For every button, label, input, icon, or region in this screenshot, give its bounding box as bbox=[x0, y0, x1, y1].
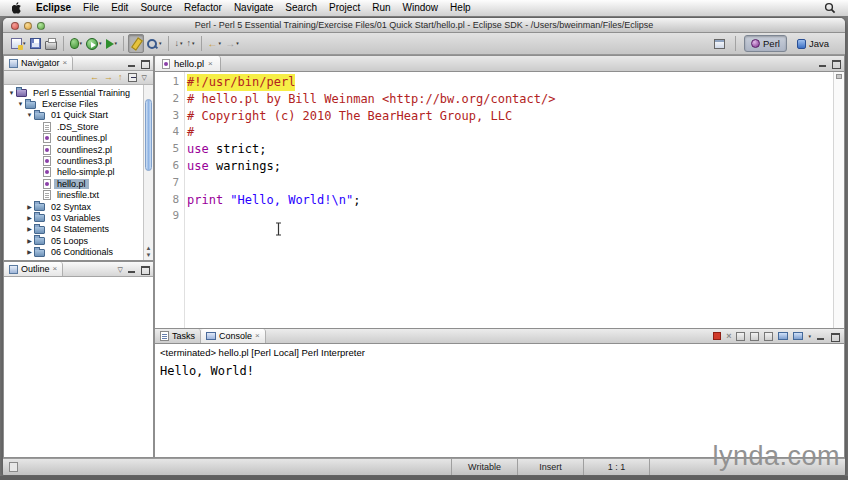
close-icon[interactable]: × bbox=[208, 60, 213, 68]
close-window-button[interactable] bbox=[11, 22, 19, 30]
view-menu-icon[interactable]: ▽ bbox=[118, 266, 123, 273]
menu-item[interactable]: File bbox=[77, 0, 105, 16]
code-line[interactable]: # Copyright (c) 2010 The BearHeart Group… bbox=[187, 108, 830, 125]
tree-row[interactable]: 05 Loops bbox=[4, 235, 143, 246]
menu-item[interactable]: Eclipse bbox=[30, 0, 77, 16]
editor-gutter[interactable]: 123456789 bbox=[155, 72, 185, 328]
menu-item[interactable]: Search bbox=[279, 0, 323, 16]
search-button[interactable]: ▾ bbox=[144, 34, 164, 53]
chevron-down-icon[interactable]: ▾ bbox=[159, 41, 162, 46]
menu-item[interactable]: Run bbox=[366, 0, 396, 16]
tree-row[interactable]: hello.pl bbox=[4, 178, 143, 189]
tab-navigator[interactable]: Navigator × bbox=[4, 56, 73, 70]
tree-expander-icon[interactable] bbox=[25, 215, 34, 221]
save-button[interactable] bbox=[28, 34, 43, 53]
scroll-down-icon[interactable]: ▼ bbox=[144, 252, 153, 259]
forward-icon[interactable]: → bbox=[104, 73, 113, 82]
tree-row[interactable]: Exercise Files bbox=[4, 98, 143, 109]
title-bar[interactable]: Perl - Perl 5 Essential Training/Exercis… bbox=[3, 18, 845, 33]
tree-row[interactable]: countlines3.pl bbox=[4, 155, 143, 166]
view-menu-icon[interactable]: ▽ bbox=[142, 74, 147, 81]
code-line[interactable]: #!/usr/bin/perl bbox=[187, 74, 830, 91]
scroll-up-icon[interactable]: ▲ bbox=[144, 245, 153, 252]
chevron-down-icon[interactable]: ▾ bbox=[180, 41, 183, 46]
external-tools-button[interactable]: ▾ bbox=[104, 34, 120, 53]
tab-tasks[interactable]: Tasks bbox=[155, 329, 201, 343]
maximize-icon[interactable] bbox=[140, 265, 149, 274]
chevron-down-icon[interactable]: ▾ bbox=[99, 41, 102, 46]
scrollbar-thumb[interactable] bbox=[145, 99, 152, 171]
tab-outline[interactable]: Outline × bbox=[4, 262, 63, 276]
close-icon[interactable]: × bbox=[255, 332, 260, 340]
code-line[interactable]: use strict; bbox=[187, 141, 830, 158]
tree-expander-icon[interactable] bbox=[25, 226, 34, 232]
code-line[interactable]: print "Hello, World!\n"; bbox=[187, 192, 830, 209]
tree-row[interactable]: linesfile.txt bbox=[4, 190, 143, 201]
minimize-icon[interactable] bbox=[818, 59, 827, 68]
code-line[interactable]: use warnings; bbox=[187, 158, 830, 175]
perspective-perl-button[interactable]: Perl bbox=[744, 35, 787, 52]
print-button[interactable] bbox=[43, 34, 59, 53]
new-wizard-button[interactable]: ▾ bbox=[9, 34, 28, 53]
close-icon[interactable]: × bbox=[53, 265, 58, 273]
display-selected-console-icon[interactable] bbox=[778, 332, 788, 340]
editor-code[interactable]: #!/usr/bin/perl# hello.pl by Bill Weinma… bbox=[185, 72, 844, 328]
minimize-icon[interactable] bbox=[127, 265, 136, 274]
pin-console-icon[interactable] bbox=[764, 332, 773, 341]
scroll-lock-icon[interactable] bbox=[750, 332, 759, 341]
statusbar-icon[interactable] bbox=[9, 462, 18, 472]
close-icon[interactable]: × bbox=[63, 59, 68, 67]
code-line[interactable]: # bbox=[187, 124, 830, 141]
back-button[interactable]: ← ▾ bbox=[206, 34, 224, 53]
tree-row[interactable]: 06 Conditionals bbox=[4, 246, 143, 257]
code-line[interactable] bbox=[187, 208, 830, 225]
maximize-icon[interactable] bbox=[830, 332, 839, 341]
chevron-down-icon[interactable]: ▾ bbox=[115, 41, 118, 46]
code-line[interactable] bbox=[187, 175, 830, 192]
next-annotation-button[interactable]: ↓ ▾ bbox=[173, 34, 185, 53]
minimize-icon[interactable] bbox=[816, 332, 825, 341]
menu-item[interactable]: Project bbox=[323, 0, 366, 16]
perspective-java-button[interactable]: Java bbox=[791, 35, 835, 52]
back-icon[interactable]: ← bbox=[90, 73, 99, 82]
chevron-down-icon[interactable]: ▾ bbox=[80, 41, 83, 46]
tree-expander-icon[interactable] bbox=[7, 90, 16, 96]
collapse-all-icon[interactable] bbox=[128, 73, 137, 82]
tree-expander-icon[interactable] bbox=[25, 204, 34, 210]
clear-console-icon[interactable] bbox=[736, 332, 745, 341]
minimize-window-button[interactable] bbox=[24, 22, 32, 30]
tree-row[interactable]: .DS_Store bbox=[4, 121, 143, 132]
tree-expander-icon[interactable] bbox=[25, 238, 34, 244]
menu-item[interactable]: Help bbox=[444, 0, 477, 16]
previous-annotation-button[interactable]: ↑ ▾ bbox=[185, 34, 197, 53]
overview-annotation[interactable] bbox=[836, 74, 842, 79]
chevron-down-icon[interactable]: ▾ bbox=[236, 41, 239, 46]
tree-row[interactable]: Perl 5 Essential Training bbox=[4, 87, 143, 98]
tab-console[interactable]: Console × bbox=[201, 329, 266, 343]
menu-item[interactable]: Navigate bbox=[228, 0, 279, 16]
debug-button[interactable]: ▾ bbox=[68, 34, 85, 53]
chevron-down-icon[interactable]: ▾ bbox=[192, 41, 195, 46]
tree-expander-icon[interactable] bbox=[25, 112, 34, 118]
maximize-icon[interactable] bbox=[831, 59, 840, 68]
spotlight-search-icon[interactable] bbox=[824, 2, 836, 14]
tree-row[interactable]: 02 Syntax bbox=[4, 201, 143, 212]
tree-row[interactable]: 01 Quick Start bbox=[4, 110, 143, 121]
menu-item[interactable]: Window bbox=[397, 0, 445, 16]
up-icon[interactable]: ↑ bbox=[118, 73, 123, 82]
open-console-icon[interactable] bbox=[793, 332, 803, 340]
menu-item[interactable]: Edit bbox=[105, 0, 134, 16]
terminate-icon[interactable] bbox=[713, 332, 721, 340]
code-line[interactable]: # hello.pl by Bill Weinman <http://bw.or… bbox=[187, 91, 830, 108]
tree-expander-icon[interactable] bbox=[16, 101, 25, 107]
tree-row[interactable]: 03 Variables bbox=[4, 212, 143, 223]
apple-icon[interactable] bbox=[12, 2, 22, 14]
remove-launch-icon[interactable]: × bbox=[726, 332, 731, 341]
minimize-icon[interactable] bbox=[127, 59, 136, 68]
tab-hello-pl[interactable]: hello.pl × bbox=[155, 56, 221, 71]
toggle-mark-occurrences-button[interactable] bbox=[128, 34, 144, 53]
tree-expander-icon[interactable] bbox=[25, 249, 34, 255]
menu-item[interactable]: Source bbox=[134, 0, 178, 16]
menu-item[interactable]: Refactor bbox=[178, 0, 228, 16]
chevron-down-icon[interactable]: ▾ bbox=[808, 334, 811, 339]
